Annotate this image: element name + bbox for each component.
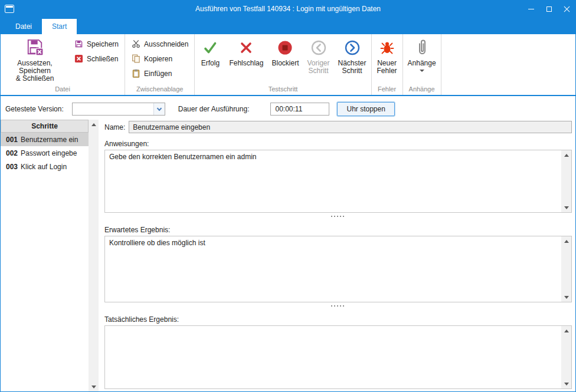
aussetzen-speichern-schliessen-button[interactable]: Aussetzen, Speichern & Schließen (1, 35, 68, 83)
group-label: Datei (1, 84, 124, 95)
naechster-schritt-button[interactable]: Nächster Schritt (334, 35, 371, 75)
close-button[interactable] (558, 1, 575, 17)
list-item-step-003[interactable]: 003 Klick auf Login (1, 160, 89, 173)
anweisungen-textarea[interactable]: Gebe den korrekten Benutzernamen ein adm… (105, 150, 561, 212)
execution-bar: Getestete Version: Dauer der Ausführung:… (1, 101, 575, 117)
tatsaechliches-ergebnis-label: Tatsächliches Ergebnis: (104, 315, 572, 324)
scroll-up-button[interactable] (561, 236, 571, 246)
einfuegen-button[interactable]: Einfügen (127, 66, 192, 81)
erwartetes-ergebnis-label: Erwartetes Ergebnis: (104, 226, 572, 234)
version-value (73, 103, 153, 115)
scrollbar-track[interactable] (561, 160, 571, 203)
neuer-fehler-button[interactable]: Neuer Fehler (372, 35, 402, 75)
button-label: & Schließen (16, 75, 54, 83)
scissors-icon (131, 39, 140, 49)
scrollbar-track[interactable] (89, 129, 99, 382)
scroll-up-button[interactable] (561, 150, 571, 160)
anweisungen-scrollbar[interactable] (561, 150, 571, 212)
duration-label: Dauer der Ausführung: (178, 105, 250, 113)
list-item-step-001[interactable]: 001 Benutzername ein (1, 133, 89, 146)
minimize-icon (528, 9, 534, 9)
scroll-down-button[interactable] (561, 379, 571, 388)
close-icon (564, 6, 570, 12)
tatsaechliches-ergebnis-textarea[interactable] (105, 326, 561, 388)
splitter-handle[interactable] (104, 302, 572, 309)
scroll-down-button[interactable] (89, 382, 99, 391)
ribbon-group-fehler: Neuer Fehler Fehler (372, 34, 403, 95)
step-number: 003 (6, 163, 18, 171)
version-label: Getestete Version: (5, 105, 64, 113)
grip-dots-icon (331, 305, 345, 307)
scroll-down-button[interactable] (561, 203, 571, 212)
button-label: Schritt (342, 67, 362, 75)
tatsaechliches-scrollbar[interactable] (561, 326, 571, 388)
success-check-icon (202, 38, 218, 57)
group-label: Testschritt (195, 84, 370, 95)
combobox-dropdown-button[interactable] (153, 103, 165, 115)
button-label: Aussetzen, Speichern (1, 60, 68, 75)
button-label: Einfügen (144, 70, 172, 78)
schliessen-button[interactable]: Schließen (70, 51, 123, 66)
speichern-button[interactable]: Speichern (70, 37, 123, 51)
bug-icon (379, 38, 395, 57)
step-label: Klick auf Login (21, 163, 67, 171)
maximize-icon (546, 6, 552, 12)
tab-start[interactable]: Start (42, 19, 77, 34)
anweisungen-label: Anweisungen: (104, 140, 572, 148)
fail-x-icon (238, 38, 254, 57)
button-label: Fehlschlag (229, 60, 263, 67)
scroll-up-button[interactable] (89, 120, 99, 129)
button-label: Speichern (87, 40, 119, 48)
kopieren-button[interactable]: Kopieren (127, 51, 192, 66)
tab-datei[interactable]: Datei (5, 19, 42, 34)
steps-scrollbar[interactable] (89, 120, 99, 391)
scroll-up-button[interactable] (561, 326, 571, 335)
scrollbar-track[interactable] (561, 335, 571, 379)
ribbon-tabrow: Datei Start (1, 17, 575, 34)
name-row: Name: (104, 121, 572, 133)
maximize-button[interactable] (540, 1, 558, 17)
tatsaechliches-ergebnis-field (104, 325, 572, 389)
version-combobox[interactable] (72, 103, 165, 116)
button-label: Anhänge (408, 60, 436, 67)
erfolg-button[interactable]: Erfolg (195, 35, 225, 67)
ausschneiden-button[interactable]: Ausschneiden (127, 37, 192, 51)
paperclip-icon (415, 38, 428, 57)
anhaenge-button[interactable]: Anhänge (404, 35, 440, 72)
steps-list: Schritte 001 Benutzername ein 002 Passwo… (1, 120, 89, 391)
name-input[interactable] (129, 121, 572, 133)
step-detail-panel: Name: Anweisungen: Gebe den korrekten Be… (99, 120, 575, 391)
arrow-down-icon (564, 206, 569, 209)
scrollbar-track[interactable] (561, 246, 571, 292)
minimize-button[interactable] (522, 1, 540, 17)
blocked-stop-icon (277, 38, 293, 57)
erwartetes-ergebnis-field: Kontrolliere ob dies möglich ist (104, 236, 572, 302)
ribbon-group-anhaenge: Anhänge Anhänge (403, 34, 441, 95)
save-icon (74, 39, 83, 49)
erwartetes-ergebnis-textarea[interactable]: Kontrolliere ob dies möglich ist (105, 236, 561, 302)
erwartetes-scrollbar[interactable] (561, 236, 571, 302)
splitter-handle[interactable] (104, 213, 572, 219)
button-label: Kopieren (144, 55, 172, 63)
ribbon-group-testschritt: Erfolg Fehlschlag (195, 34, 371, 95)
save-close-icon (26, 38, 44, 57)
paste-icon (131, 69, 140, 78)
blockiert-button[interactable]: Blockiert (267, 35, 303, 67)
body: Schritte 001 Benutzername ein 002 Passwo… (1, 120, 575, 391)
list-item-step-002[interactable]: 002 Passwort eingebe (1, 146, 89, 160)
app-icon (5, 5, 14, 13)
next-step-icon (345, 38, 360, 57)
copy-icon (131, 54, 140, 64)
fehlschlag-button[interactable]: Fehlschlag (225, 35, 267, 67)
duration-input[interactable] (270, 103, 329, 116)
arrow-down-icon (91, 386, 96, 388)
scroll-down-button[interactable] (561, 292, 571, 302)
grip-dots-icon (331, 216, 345, 217)
button-label: Schließen (87, 55, 118, 63)
arrow-down-icon (564, 383, 569, 386)
step-label: Benutzername ein (21, 136, 78, 144)
window-title: Ausführen von Testfall 140934 : Login mi… (71, 5, 505, 13)
ribbon-group-datei: Aussetzen, Speichern & Schließen Speiche… (1, 34, 125, 95)
ribbon: Aussetzen, Speichern & Schließen Speiche… (1, 34, 575, 96)
stop-clock-button[interactable]: Uhr stoppen (337, 102, 394, 116)
